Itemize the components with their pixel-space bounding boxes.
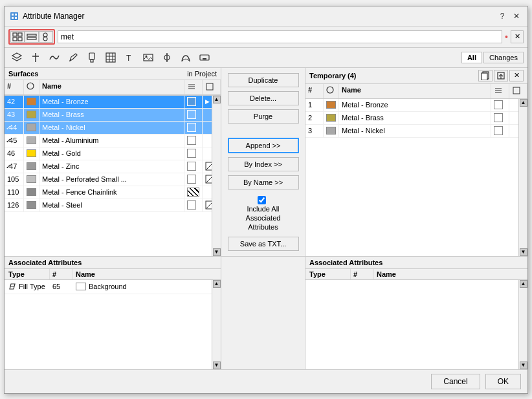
right-col-name: Name [339, 84, 491, 98]
assoc-name: Background [73, 280, 221, 294]
row-id: 1 [305, 99, 324, 111]
rassoc-col-hash: # [351, 269, 374, 279]
search-clear-button[interactable]: ✕ [511, 30, 524, 43]
close-button[interactable]: ✕ [511, 10, 522, 22]
scroll-down[interactable]: ▼ [213, 248, 221, 256]
table-row[interactable]: 42 Metal - Bronze ▶ [5, 96, 221, 109]
svg-point-50 [327, 87, 333, 93]
table-row[interactable]: 2 Metal - Brass [305, 112, 527, 125]
row-box1 [184, 135, 203, 147]
changes-tab[interactable]: Changes [483, 52, 524, 63]
ok-button[interactable]: OK [485, 374, 521, 389]
export-btn[interactable] [494, 70, 508, 81]
duplicate-button[interactable]: Duplicate [228, 73, 299, 87]
search-mode-btn-1[interactable] [10, 31, 25, 43]
col-name: Name [39, 80, 184, 94]
row-name: Metal - Gold [39, 147, 184, 160]
search-mode-btn-2[interactable] [25, 31, 39, 43]
row-color [24, 173, 39, 186]
dot-indicator: • [505, 32, 508, 42]
row-box1 [184, 173, 203, 186]
toolbar-pencil-btn[interactable] [65, 50, 82, 65]
right-assoc-body: ▲ ▼ [305, 280, 527, 369]
table-row[interactable]: 43 Metal - Brass [5, 109, 221, 122]
left-assoc-panel: Associated Attributes Type # Name Fill T… [5, 257, 221, 369]
rassoc-col-name: Name [374, 269, 518, 279]
row-id: ✓ 45 [5, 135, 24, 147]
svg-rect-20 [106, 53, 115, 62]
svg-rect-9 [27, 34, 36, 36]
table-row[interactable]: 105 Metal - Perforated Small ... [5, 173, 221, 186]
table-row[interactable]: ✓ 45 Metal - Aluminium [5, 135, 221, 147]
main-content: Surfaces in Project # Name [5, 68, 527, 256]
right-panel: Temporary (4) ✕ # Name [305, 68, 527, 256]
right-scrollbar[interactable]: ▲ ▼ [518, 99, 527, 256]
middle-bottom-spacer [221, 257, 305, 369]
search-bar: • ✕ [5, 27, 527, 48]
toolbar-layers-btn[interactable] [8, 50, 25, 65]
right-col-icon2 [509, 84, 527, 98]
delete-button[interactable]: Delete... [228, 91, 299, 105]
toolbar-wave-btn[interactable] [46, 50, 63, 65]
row-id: 46 [5, 147, 24, 160]
right-col-icon1 [491, 84, 509, 98]
save-txt-button[interactable]: Save as TXT... [228, 237, 299, 251]
row-color [24, 147, 39, 160]
all-tab[interactable]: All [461, 52, 482, 63]
right-table-body: 1 Metal - Bronze 2 Metal - Brass 3 [305, 99, 527, 256]
table-row[interactable]: ✓ 44 Metal - Nickel [5, 122, 221, 135]
toolbar-pin-btn[interactable] [27, 50, 44, 65]
col-icon2 [203, 80, 221, 94]
help-button[interactable]: ? [496, 10, 508, 22]
svg-point-12 [43, 37, 47, 41]
table-row[interactable]: 110 Metal - Fence Chainlink [5, 186, 221, 199]
svg-point-11 [43, 33, 47, 37]
right-header-buttons: ✕ [478, 70, 524, 81]
cancel-button[interactable]: Cancel [431, 374, 480, 389]
svg-rect-6 [18, 33, 22, 36]
left-scrollbar[interactable]: ▲ ▼ [212, 96, 221, 256]
table-row[interactable]: ✓ 47 Metal - Zinc [5, 160, 221, 173]
rassoc-col-scroll [518, 269, 527, 279]
copy-to-btn[interactable] [478, 70, 493, 81]
left-panel: Surfaces in Project # Name [5, 68, 221, 256]
toolbar-curves-btn[interactable] [177, 50, 194, 65]
include-all-checkbox[interactable] [258, 196, 266, 204]
row-name: Metal - Perforated Small ... [39, 173, 184, 186]
toolbar-keyboard-btn[interactable] [196, 50, 213, 65]
row-color [24, 109, 39, 121]
right-col-circle [324, 84, 339, 98]
search-input[interactable] [58, 30, 502, 43]
by-name-button[interactable]: By Name >> [228, 175, 299, 189]
row-color [24, 186, 39, 199]
toolbar-brush-btn[interactable] [83, 50, 100, 65]
table-row[interactable]: 46 Metal - Gold [5, 147, 221, 160]
clear-right-btn[interactable]: ✕ [509, 70, 524, 81]
search-mode-btn-3[interactable] [39, 31, 53, 43]
left-assoc-scrollbar[interactable]: ▲ ▼ [212, 280, 221, 369]
include-all-label: Include AllAssociatedAttributes [246, 204, 281, 232]
temporary-title: Temporary (4) [309, 72, 357, 80]
toolbar-pen-btn[interactable] [159, 50, 175, 65]
toolbar-text-btn[interactable]: T [121, 50, 138, 65]
scroll-up[interactable]: ▲ [213, 96, 221, 103]
row-box1 [491, 125, 509, 137]
right-assoc-scrollbar[interactable]: ▲ ▼ [518, 280, 527, 369]
table-row[interactable]: 1 Metal - Bronze [305, 99, 527, 112]
toolbar-grid-btn[interactable] [102, 50, 119, 65]
row-id: 105 [5, 173, 24, 186]
row-color [24, 199, 39, 211]
append-button[interactable]: Append >> [228, 138, 299, 153]
assoc-row[interactable]: Fill Type 65 Background [5, 280, 221, 294]
toolbar-image-btn[interactable] [140, 50, 157, 65]
table-row[interactable]: 3 Metal - Nickel [305, 125, 527, 138]
purge-button[interactable]: Purge [228, 109, 299, 124]
surfaces-title: Surfaces [8, 70, 38, 78]
svg-rect-26 [144, 54, 153, 61]
row-id: 42 [5, 96, 24, 108]
table-row[interactable]: 126 Metal - Steel [5, 199, 221, 212]
row-id: 43 [5, 109, 24, 121]
svg-rect-2 [15, 14, 17, 16]
assoc-type: Fill Type [5, 280, 50, 294]
by-index-button[interactable]: By Index >> [228, 157, 299, 171]
